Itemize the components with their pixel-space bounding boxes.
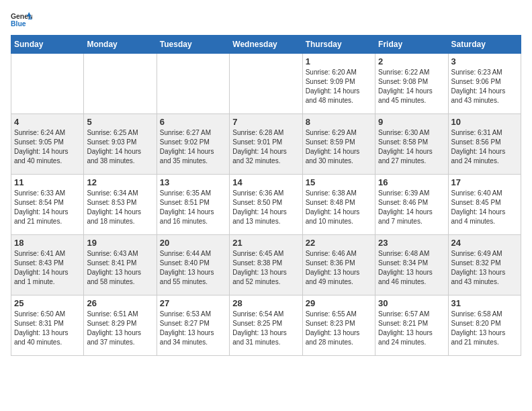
calendar-cell: 5Sunrise: 6:25 AM Sunset: 9:03 PM Daylig… (84, 114, 157, 175)
day-info: Sunrise: 6:30 AM Sunset: 8:58 PM Dayligh… (378, 128, 445, 166)
calendar-cell: 10Sunrise: 6:31 AM Sunset: 8:56 PM Dayli… (448, 114, 521, 175)
calendar-cell: 9Sunrise: 6:30 AM Sunset: 8:58 PM Daylig… (375, 114, 448, 175)
calendar-cell: 1Sunrise: 6:20 AM Sunset: 9:09 PM Daylig… (302, 54, 375, 114)
calendar-cell (230, 54, 302, 114)
day-number: 13 (160, 177, 226, 187)
day-number: 29 (306, 298, 372, 308)
calendar-week-4: 18Sunrise: 6:41 AM Sunset: 8:43 PM Dayli… (11, 235, 521, 295)
day-number: 2 (378, 56, 445, 66)
calendar-cell: 28Sunrise: 6:54 AM Sunset: 8:25 PM Dayli… (230, 295, 302, 356)
calendar-cell: 13Sunrise: 6:35 AM Sunset: 8:51 PM Dayli… (157, 175, 229, 235)
calendar-cell: 20Sunrise: 6:44 AM Sunset: 8:40 PM Dayli… (157, 235, 229, 295)
day-info: Sunrise: 6:27 AM Sunset: 9:02 PM Dayligh… (160, 128, 226, 166)
day-info: Sunrise: 6:41 AM Sunset: 8:43 PM Dayligh… (14, 249, 81, 287)
day-info: Sunrise: 6:25 AM Sunset: 9:03 PM Dayligh… (87, 128, 153, 166)
day-number: 16 (378, 177, 445, 187)
calendar-cell: 11Sunrise: 6:33 AM Sunset: 8:54 PM Dayli… (11, 175, 84, 235)
calendar-week-3: 11Sunrise: 6:33 AM Sunset: 8:54 PM Dayli… (11, 175, 521, 235)
day-info: Sunrise: 6:45 AM Sunset: 8:38 PM Dayligh… (232, 249, 299, 287)
calendar-cell: 21Sunrise: 6:45 AM Sunset: 8:38 PM Dayli… (230, 235, 302, 295)
calendar-cell: 18Sunrise: 6:41 AM Sunset: 8:43 PM Dayli… (11, 235, 84, 295)
day-info: Sunrise: 6:57 AM Sunset: 8:21 PM Dayligh… (378, 310, 445, 347)
day-number: 26 (87, 298, 153, 308)
day-info: Sunrise: 6:24 AM Sunset: 9:05 PM Dayligh… (14, 128, 81, 166)
day-info: Sunrise: 6:51 AM Sunset: 8:29 PM Dayligh… (87, 310, 153, 347)
day-info: Sunrise: 6:36 AM Sunset: 8:50 PM Dayligh… (232, 189, 299, 226)
calendar-cell: 22Sunrise: 6:46 AM Sunset: 8:36 PM Dayli… (302, 235, 375, 295)
svg-text:Blue: Blue (11, 20, 26, 28)
calendar-cell: 26Sunrise: 6:51 AM Sunset: 8:29 PM Dayli… (84, 295, 157, 356)
day-number: 21 (232, 238, 299, 248)
day-number: 10 (451, 117, 518, 127)
day-number: 18 (14, 238, 81, 248)
day-number: 20 (160, 238, 226, 248)
day-info: Sunrise: 6:22 AM Sunset: 9:08 PM Dayligh… (378, 68, 445, 105)
day-info: Sunrise: 6:46 AM Sunset: 8:36 PM Dayligh… (306, 249, 372, 287)
day-info: Sunrise: 6:49 AM Sunset: 8:32 PM Dayligh… (451, 249, 518, 287)
calendar-cell: 14Sunrise: 6:36 AM Sunset: 8:50 PM Dayli… (230, 175, 302, 235)
weekday-header-monday: Monday (84, 36, 157, 54)
day-number: 5 (87, 117, 153, 127)
weekday-header-friday: Friday (375, 36, 448, 54)
day-number: 31 (451, 298, 518, 308)
calendar-cell: 25Sunrise: 6:50 AM Sunset: 8:31 PM Dayli… (11, 295, 84, 356)
day-number: 11 (14, 177, 81, 187)
day-number: 30 (378, 298, 445, 308)
calendar-cell: 29Sunrise: 6:55 AM Sunset: 8:23 PM Dayli… (302, 295, 375, 356)
day-info: Sunrise: 6:53 AM Sunset: 8:27 PM Dayligh… (160, 310, 226, 347)
calendar-cell (84, 54, 157, 114)
calendar-cell: 2Sunrise: 6:22 AM Sunset: 9:08 PM Daylig… (375, 54, 448, 114)
calendar-cell: 7Sunrise: 6:28 AM Sunset: 9:01 PM Daylig… (230, 114, 302, 175)
calendar-cell: 8Sunrise: 6:29 AM Sunset: 8:59 PM Daylig… (302, 114, 375, 175)
calendar-cell: 3Sunrise: 6:23 AM Sunset: 9:06 PM Daylig… (448, 54, 521, 114)
day-info: Sunrise: 6:54 AM Sunset: 8:25 PM Dayligh… (232, 310, 299, 347)
day-number: 28 (232, 298, 299, 308)
calendar-cell: 19Sunrise: 6:43 AM Sunset: 8:41 PM Dayli… (84, 235, 157, 295)
calendar-cell (157, 54, 229, 114)
day-number: 4 (14, 117, 81, 127)
day-info: Sunrise: 6:20 AM Sunset: 9:09 PM Dayligh… (306, 68, 372, 105)
calendar-cell: 12Sunrise: 6:34 AM Sunset: 8:53 PM Dayli… (84, 175, 157, 235)
day-number: 24 (451, 238, 518, 248)
day-info: Sunrise: 6:44 AM Sunset: 8:40 PM Dayligh… (160, 249, 226, 287)
calendar-week-5: 25Sunrise: 6:50 AM Sunset: 8:31 PM Dayli… (11, 295, 521, 356)
weekday-header-wednesday: Wednesday (230, 36, 302, 54)
day-info: Sunrise: 6:55 AM Sunset: 8:23 PM Dayligh… (306, 310, 372, 347)
calendar-cell (11, 54, 84, 114)
day-number: 19 (87, 238, 153, 248)
day-number: 12 (87, 177, 153, 187)
calendar-cell: 6Sunrise: 6:27 AM Sunset: 9:02 PM Daylig… (157, 114, 229, 175)
logo-icon: General Blue (11, 11, 32, 30)
day-number: 1 (306, 56, 372, 66)
day-info: Sunrise: 6:31 AM Sunset: 8:56 PM Dayligh… (451, 128, 518, 166)
day-info: Sunrise: 6:43 AM Sunset: 8:41 PM Dayligh… (87, 249, 153, 287)
day-info: Sunrise: 6:38 AM Sunset: 8:48 PM Dayligh… (306, 189, 372, 226)
day-number: 22 (306, 238, 372, 248)
weekday-header-sunday: Sunday (11, 36, 84, 54)
day-number: 6 (160, 117, 226, 127)
calendar-cell: 17Sunrise: 6:40 AM Sunset: 8:45 PM Dayli… (448, 175, 521, 235)
day-info: Sunrise: 6:58 AM Sunset: 8:20 PM Dayligh… (451, 310, 518, 347)
day-info: Sunrise: 6:33 AM Sunset: 8:54 PM Dayligh… (14, 189, 81, 226)
calendar-cell: 31Sunrise: 6:58 AM Sunset: 8:20 PM Dayli… (448, 295, 521, 356)
calendar-cell: 15Sunrise: 6:38 AM Sunset: 8:48 PM Dayli… (302, 175, 375, 235)
weekday-header-thursday: Thursday (302, 36, 375, 54)
day-info: Sunrise: 6:40 AM Sunset: 8:45 PM Dayligh… (451, 189, 518, 226)
calendar-week-1: 1Sunrise: 6:20 AM Sunset: 9:09 PM Daylig… (11, 54, 521, 114)
calendar-cell: 16Sunrise: 6:39 AM Sunset: 8:46 PM Dayli… (375, 175, 448, 235)
day-info: Sunrise: 6:34 AM Sunset: 8:53 PM Dayligh… (87, 189, 153, 226)
day-number: 23 (378, 238, 445, 248)
day-info: Sunrise: 6:50 AM Sunset: 8:31 PM Dayligh… (14, 310, 81, 347)
day-number: 7 (232, 117, 299, 127)
calendar-cell: 4Sunrise: 6:24 AM Sunset: 9:05 PM Daylig… (11, 114, 84, 175)
calendar-table: SundayMondayTuesdayWednesdayThursdayFrid… (11, 35, 521, 356)
calendar-cell: 27Sunrise: 6:53 AM Sunset: 8:27 PM Dayli… (157, 295, 229, 356)
calendar-cell: 23Sunrise: 6:48 AM Sunset: 8:34 PM Dayli… (375, 235, 448, 295)
day-info: Sunrise: 6:39 AM Sunset: 8:46 PM Dayligh… (378, 189, 445, 226)
day-number: 25 (14, 298, 81, 308)
day-number: 27 (160, 298, 226, 308)
calendar-cell: 30Sunrise: 6:57 AM Sunset: 8:21 PM Dayli… (375, 295, 448, 356)
day-info: Sunrise: 6:23 AM Sunset: 9:06 PM Dayligh… (451, 68, 518, 105)
day-info: Sunrise: 6:28 AM Sunset: 9:01 PM Dayligh… (232, 128, 299, 166)
day-number: 15 (306, 177, 372, 187)
